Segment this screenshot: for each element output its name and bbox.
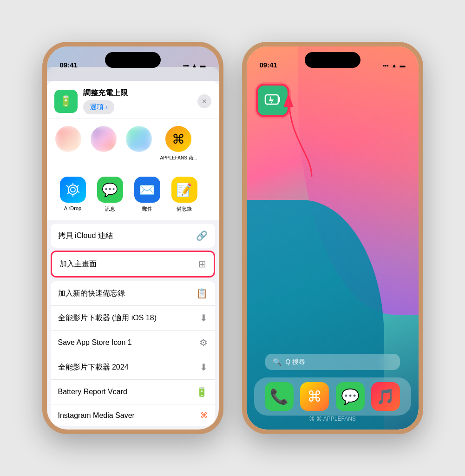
arrow-svg	[275, 84, 340, 186]
applefans-icon: ⌘	[307, 388, 322, 405]
dock-messages[interactable]: 💬	[336, 382, 365, 411]
contact-avatar-1	[55, 126, 81, 152]
share-close-button[interactable]: ✕	[197, 94, 211, 108]
action-instagram[interactable]: Instagram Media Saver ⌘	[51, 404, 215, 426]
svg-line-7	[66, 185, 68, 187]
action-quick-notes[interactable]: 加入新的快速備忘錄 📋	[51, 281, 215, 306]
app-item-airdrop[interactable]: AirDrop	[54, 177, 92, 212]
svg-point-0	[68, 185, 78, 194]
music-icon: 🎵	[376, 388, 395, 405]
share-header: 🔋 調整充電上限 選項 › ✕	[47, 81, 219, 118]
status-icons-right: ▪▪▪ ▲ ▬	[383, 62, 406, 69]
watermark: ⌘ ⌘ APPLEFANS	[309, 416, 356, 422]
right-iphone: 09:41 ▪▪▪ ▲ ▬	[242, 42, 423, 434]
action-copy-icloud-icon: 🔗	[196, 230, 208, 241]
share-header-info: 調整充電上限 選項 ›	[83, 88, 128, 114]
contact-avatar-4: ⌘	[165, 126, 191, 152]
dock-applefans[interactable]: ⌘	[300, 382, 329, 411]
action-battery-report-icon: 🔋	[196, 386, 208, 397]
share-header-left: 🔋 調整充電上限 選項 ›	[54, 88, 128, 114]
action-video-dl-ios18[interactable]: 全能影片下載器 (適用 iOS 18) ⬇	[51, 306, 215, 331]
dock-music[interactable]: 🎵	[371, 382, 400, 411]
share-sheet-footer: ⌘ APPLEFANS	[47, 426, 219, 430]
svg-line-6	[67, 192, 69, 194]
notes-label: 備忘錄	[177, 205, 192, 212]
dock-phone[interactable]: 📞	[265, 382, 294, 411]
action-video-dl-2024-icon: ⬇	[200, 362, 208, 373]
action-video-dl-ios18-icon: ⬇	[200, 312, 208, 324]
messages-app-icon: 💬	[97, 177, 123, 203]
battery-icon-right: ▬	[400, 62, 406, 69]
action-quick-notes-icon: 📋	[196, 288, 208, 299]
time-left: 09:41	[60, 61, 78, 69]
status-icons-left: ▪▪▪ ▲ ▬	[183, 62, 206, 69]
share-app-icon: 🔋	[54, 90, 78, 113]
add-to-home-container: 加入主畫面 ⊞	[51, 251, 215, 278]
contact-item-1[interactable]	[54, 126, 82, 161]
action-list-1: 拷貝 iCloud 連結 🔗	[51, 224, 215, 248]
action-quick-notes-text: 加入新的快速備忘錄	[58, 289, 125, 298]
svg-line-4	[78, 192, 79, 192]
messages-dock-icon: 💬	[341, 388, 360, 405]
action-instagram-text: Instagram Media Saver	[58, 411, 135, 420]
contact-item-3[interactable]	[125, 126, 153, 161]
action-save-icon-icon: ⚙	[199, 337, 208, 348]
contact-avatar-2	[91, 126, 117, 152]
app-item-mail[interactable]: ✉️ 郵件	[129, 177, 166, 212]
action-battery-report[interactable]: Battery Report Vcard 🔋	[51, 380, 215, 404]
battery-icon-left: ▬	[200, 62, 206, 69]
home-bottom-section: 🔍 Q 搜尋 📞 ⌘ 💬 🎵	[247, 354, 419, 420]
search-icon: 🔍	[273, 357, 282, 366]
wifi-icon-right: ▲	[392, 62, 397, 69]
app-item-notes[interactable]: 📝 備忘錄	[166, 177, 203, 212]
action-battery-report-text: Battery Report Vcard	[58, 388, 127, 396]
svg-point-1	[71, 187, 75, 192]
watermark-icon: ⌘	[309, 416, 314, 422]
action-video-dl-2024[interactable]: 全能影片下載器 2024 ⬇	[51, 355, 215, 380]
contacts-row: ⌘ APPLEFANS 蘋...	[47, 119, 219, 169]
airdrop-label: AirDrop	[64, 205, 81, 211]
apps-row: AirDrop 💬 訊息 ✉️ 郵件 📝 備忘錄	[47, 169, 219, 220]
search-text: Q 搜尋	[286, 358, 306, 366]
action-save-icon-text: Save App Store Icon 1	[58, 338, 132, 347]
contact-name-4: APPLEFANS 蘋...	[160, 155, 197, 161]
share-options-button[interactable]: 選項 ›	[83, 100, 114, 114]
search-bar[interactable]: 🔍 Q 搜尋	[265, 354, 400, 370]
wifi-icon-left: ▲	[192, 62, 197, 69]
left-iphone: 09:41 ▪▪▪ ▲ ▬ 🔋 調整充電上限	[42, 42, 223, 434]
contact-item-4[interactable]: ⌘ APPLEFANS 蘋...	[160, 126, 197, 161]
watermark-text: ⌘ APPLEFANS	[316, 416, 356, 422]
action-copy-icloud[interactable]: 拷貝 iCloud 連結 🔗	[51, 224, 215, 248]
svg-line-3	[77, 185, 79, 187]
action-list-2: 加入新的快速備忘錄 📋 全能影片下載器 (適用 iOS 18) ⬇ Save A…	[51, 281, 215, 426]
action-copy-icloud-text: 拷貝 iCloud 連結	[58, 231, 113, 241]
action-video-dl-2024-text: 全能影片下載器 2024	[58, 363, 129, 372]
messages-label: 訊息	[105, 205, 115, 212]
share-sheet: 🔋 調整充電上限 選項 › ✕	[47, 67, 219, 430]
dynamic-island-left	[105, 52, 161, 68]
contact-item-2[interactable]	[90, 126, 118, 161]
dynamic-island-right	[305, 52, 360, 68]
action-save-icon[interactable]: Save App Store Icon 1 ⚙	[51, 331, 215, 355]
airdrop-app-icon	[60, 177, 86, 203]
time-right: 09:41	[260, 61, 277, 69]
app-item-messages[interactable]: 💬 訊息	[92, 177, 129, 212]
action-add-home-icon: ⊞	[198, 258, 206, 270]
mail-app-icon: ✉️	[134, 177, 160, 203]
share-title: 調整充電上限	[83, 88, 128, 98]
action-instagram-icon: ⌘	[200, 411, 208, 420]
mail-label: 郵件	[142, 205, 152, 212]
action-add-home-text: 加入主畫面	[59, 259, 97, 269]
home-screen: 🔍 Q 搜尋 📞 ⌘ 💬 🎵	[247, 46, 419, 430]
phone-icon: 📞	[270, 388, 288, 405]
action-add-home[interactable]: 加入主畫面 ⊞	[52, 252, 214, 276]
notes-app-icon: 📝	[171, 177, 197, 203]
signal-icon-right: ▪▪▪	[383, 62, 389, 69]
dock: 📞 ⌘ 💬 🎵	[254, 377, 411, 416]
signal-icon-left: ▪▪▪	[183, 62, 189, 69]
action-video-dl-ios18-text: 全能影片下載器 (適用 iOS 18)	[58, 313, 157, 323]
contact-avatar-3	[126, 126, 152, 152]
